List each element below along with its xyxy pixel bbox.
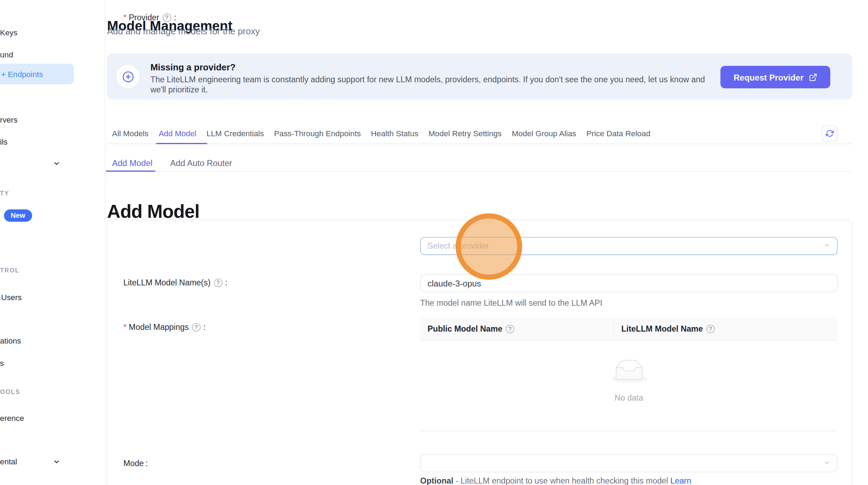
sidebar-item-organizations[interactable]: ations <box>0 336 21 345</box>
tabs-divider <box>107 144 852 144</box>
sidebar-item-experimental[interactable]: ental <box>0 457 17 466</box>
refresh-button[interactable] <box>822 125 838 141</box>
provider-label: * Provider ? : <box>123 13 176 22</box>
request-provider-label: Request Provider <box>733 72 804 82</box>
mode-helper: Optional - LiteLLM endpoint to use when … <box>420 476 691 485</box>
sidebar-item-models-endpoints-active[interactable]: + Endpoints <box>0 64 74 84</box>
app-root: Keys und + Endpoints rvers ils TY New TR… <box>0 0 868 485</box>
tab-llm-credentials[interactable]: LLM Credentials <box>206 129 264 138</box>
active-tab-underline <box>156 143 207 144</box>
sidebar: Keys und + Endpoints rvers ils TY New TR… <box>0 0 105 485</box>
sidebar-section-label: TY <box>0 190 9 196</box>
tab-price-data-reload[interactable]: Price Data Reload <box>586 129 650 138</box>
sidebar-item-servers[interactable]: rvers <box>0 116 18 125</box>
new-badge: New <box>4 209 32 222</box>
question-circle-icon[interactable]: ? <box>192 323 200 331</box>
tab-model-retry-settings[interactable]: Model Retry Settings <box>429 129 502 138</box>
tab-add-model[interactable]: Add Model <box>159 129 197 138</box>
question-circle-icon[interactable]: ? <box>163 13 171 22</box>
subtabs-divider <box>107 171 852 172</box>
sidebar-item-teams[interactable]: s <box>0 359 4 368</box>
mode-select[interactable] <box>420 454 838 472</box>
sidebar-item-users[interactable]: Users <box>1 293 22 302</box>
provider-select-placeholder: Select a provider <box>428 242 823 251</box>
question-circle-icon[interactable]: ? <box>706 325 715 333</box>
banner-title: Missing a provider? <box>150 62 235 72</box>
active-subtab-underline <box>106 170 155 172</box>
external-link-icon <box>809 73 817 81</box>
column-header-public-model-name: Public Model Name ? <box>420 322 614 335</box>
table-empty-body: No data <box>420 340 838 431</box>
required-marker: * <box>123 323 127 332</box>
table-header-row: Public Model Name ? LiteLLM Model Name ? <box>420 318 838 341</box>
sidebar-item-rails[interactable]: ils <box>0 137 7 146</box>
litellm-model-name-input[interactable] <box>420 274 838 292</box>
tab-pass-through-endpoints[interactable]: Pass-Through Endpoints <box>274 129 361 138</box>
litellm-model-name-helper: The model name LiteLLM will send to the … <box>420 298 602 307</box>
banner-description: The LiteLLM engineering team is constant… <box>150 75 711 95</box>
model-mappings-table: Public Model Name ? LiteLLM Model Name ?… <box>420 318 838 431</box>
chevron-down-icon[interactable] <box>53 458 60 465</box>
missing-provider-banner: Missing a provider? The LiteLLM engineer… <box>107 54 852 100</box>
litellm-model-name-label: LiteLLM Model Name(s) ? : <box>123 278 227 287</box>
plus-circle-icon <box>116 64 141 89</box>
chevron-down-icon <box>823 458 830 468</box>
sidebar-item-keys[interactable]: Keys <box>0 28 18 37</box>
sidebar-section-label: TROL <box>0 267 20 273</box>
question-circle-icon[interactable]: ? <box>214 278 222 287</box>
empty-inbox-icon <box>611 360 647 385</box>
sidebar-item-reference[interactable]: erence <box>0 414 24 423</box>
add-model-form-card: * Provider ? : Select a provider LiteLLM… <box>107 220 852 485</box>
no-data-text: No data <box>420 394 838 403</box>
refresh-icon <box>826 130 834 138</box>
model-mappings-label: * Model Mappings ? : <box>123 323 206 332</box>
model-tabs: All Models Add Model LLM Credentials Pas… <box>112 129 650 138</box>
mode-label: Mode : <box>123 459 148 468</box>
provider-select[interactable]: Select a provider <box>420 237 838 255</box>
chevron-down-icon[interactable] <box>53 159 60 167</box>
page-subtitle: Add and manage models for the proxy <box>107 27 260 37</box>
tab-health-status[interactable]: Health Status <box>371 129 418 138</box>
chevron-down-icon <box>823 241 830 251</box>
subtab-add-model[interactable]: Add Model <box>112 158 152 168</box>
tab-all-models[interactable]: All Models <box>112 129 149 138</box>
request-provider-button[interactable]: Request Provider <box>720 66 830 88</box>
required-marker: * <box>123 13 127 22</box>
sidebar-section-label: OOLS <box>0 388 20 395</box>
tab-model-group-alias[interactable]: Model Group Alias <box>512 129 576 138</box>
learn-link[interactable]: Learn <box>670 476 691 485</box>
sidebar-item-playground[interactable]: und <box>0 50 13 59</box>
subtab-add-auto-router[interactable]: Add Auto Router <box>170 158 232 168</box>
question-circle-icon[interactable]: ? <box>506 325 514 333</box>
column-header-litellm-model-name: LiteLLM Model Name ? <box>614 324 838 333</box>
